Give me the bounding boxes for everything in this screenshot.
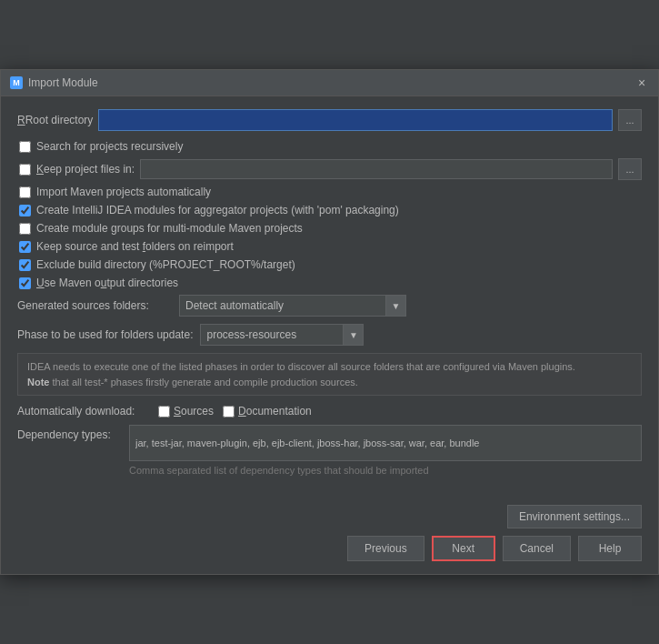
dependency-types-hint: Comma separated list of dependency types… (129, 465, 642, 476)
dependency-types-label: Dependency types: (17, 425, 122, 441)
keep-project-files-label[interactable]: Keep project files in: (36, 163, 135, 176)
dialog-title: Import Module (28, 76, 98, 89)
close-button[interactable]: × (634, 75, 649, 90)
generated-sources-arrow-icon: ▼ (385, 296, 405, 316)
exclude-build-checkbox[interactable] (19, 259, 31, 271)
auto-download-row: Automatically download: Sources Document… (17, 405, 642, 418)
search-projects-checkbox[interactable] (19, 141, 31, 153)
phase-update-row: Phase to be used for folders update: pro… (17, 324, 642, 346)
title-bar: M Import Module × (1, 70, 658, 96)
checkbox-row-keep-files: Keep project files in: ... (17, 158, 642, 180)
exclude-build-label[interactable]: Exclude build directory (%PROJECT_ROOT%/… (36, 258, 295, 271)
sources-label[interactable]: Sources (174, 405, 214, 418)
phase-update-select-wrapper: process-resources generate-sources gener… (200, 324, 364, 346)
sources-checkbox-wrapper: Sources (158, 405, 214, 418)
module-groups-checkbox[interactable] (19, 223, 31, 235)
root-dir-row: RRoot directory ... (17, 109, 642, 131)
import-maven-label[interactable]: Import Maven projects automatically (36, 186, 211, 198)
checkbox-row-search: Search for projects recursively (17, 140, 642, 153)
cancel-button[interactable]: Cancel (503, 536, 571, 561)
env-settings-button[interactable]: Environment settings... (507, 505, 642, 528)
dialog-content: RRoot directory ... Search for projects … (1, 96, 658, 498)
generated-sources-select[interactable]: Detect automatically Generate sources fo… (180, 296, 385, 316)
keep-files-input[interactable] (140, 159, 613, 179)
keep-files-browse-button[interactable]: ... (618, 158, 642, 180)
search-projects-label[interactable]: Search for projects recursively (36, 140, 183, 153)
next-button[interactable]: Next (432, 536, 495, 561)
info-box: IDEA needs to execute one of the listed … (17, 353, 642, 396)
phase-update-select[interactable]: process-resources generate-sources gener… (201, 325, 343, 345)
root-dir-input[interactable] (98, 109, 613, 131)
import-maven-checkbox[interactable] (19, 186, 31, 198)
checkbox-row-keep-source: Keep source and test folders on reimport (17, 240, 642, 253)
dialog-footer: Environment settings... Previous Next Ca… (1, 498, 658, 574)
info-text-bold: Note (27, 377, 49, 387)
phase-update-label: Phase to be used for folders update: (17, 328, 193, 341)
checkbox-row-module-groups: Create module groups for multi-module Ma… (17, 222, 642, 235)
checkbox-row-maven-output: Use Maven output directories (17, 277, 642, 289)
maven-output-label[interactable]: Use Maven output directories (36, 277, 178, 289)
root-dir-browse-button[interactable]: ... (618, 109, 642, 131)
create-modules-checkbox[interactable] (19, 205, 31, 216)
checkbox-row-exclude-build: Exclude build directory (%PROJECT_ROOT%/… (17, 258, 642, 271)
env-row: Environment settings... (17, 505, 642, 528)
import-module-dialog: M Import Module × RRoot directory ... Se… (0, 69, 659, 575)
svg-text:M: M (13, 78, 20, 87)
previous-button[interactable]: Previous (347, 536, 424, 561)
auto-download-label: Automatically download: (17, 405, 149, 418)
documentation-label[interactable]: Documentation (238, 405, 312, 418)
keep-project-files-checkbox[interactable] (19, 164, 31, 176)
documentation-checkbox-wrapper: Documentation (223, 405, 312, 418)
create-modules-label[interactable]: Create IntelliJ IDEA modules for aggrega… (36, 204, 399, 216)
button-row: Previous Next Cancel Help (17, 536, 642, 561)
documentation-checkbox[interactable] (223, 406, 235, 418)
generated-sources-label: Generated sources folders: (17, 299, 172, 312)
help-button[interactable]: Help (578, 536, 642, 561)
dialog-icon: M (10, 76, 23, 89)
root-dir-label: RRoot directory (17, 114, 93, 126)
phase-update-arrow-icon: ▼ (343, 325, 363, 345)
sources-checkbox[interactable] (158, 406, 170, 418)
generated-sources-select-wrapper: Detect automatically Generate sources fo… (179, 295, 406, 317)
maven-output-checkbox[interactable] (19, 277, 31, 289)
title-bar-left: M Import Module (10, 76, 98, 89)
info-text-line2: that all test-* phases firstly generate … (49, 377, 357, 387)
info-text-line1: IDEA needs to execute one of the listed … (27, 361, 575, 372)
keep-source-label[interactable]: Keep source and test folders on reimport (36, 240, 234, 253)
module-groups-label[interactable]: Create module groups for multi-module Ma… (36, 222, 303, 235)
dependency-types-row: Dependency types: (17, 425, 642, 461)
dependency-types-input[interactable] (129, 425, 642, 461)
generated-sources-row: Generated sources folders: Detect automa… (17, 295, 642, 317)
keep-source-checkbox[interactable] (19, 241, 31, 253)
checkbox-row-import-maven: Import Maven projects automatically (17, 186, 642, 198)
checkbox-row-create-modules: Create IntelliJ IDEA modules for aggrega… (17, 204, 642, 216)
